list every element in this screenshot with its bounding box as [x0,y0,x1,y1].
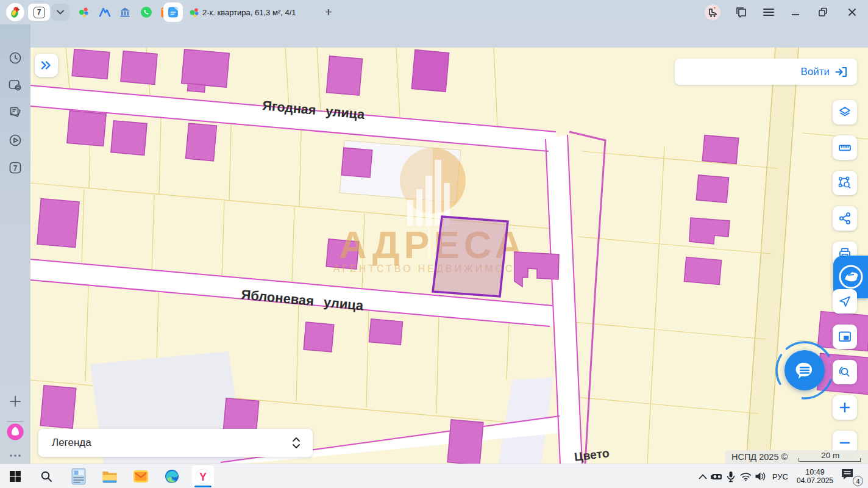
scale-bar: 20 m [796,451,864,463]
pinned-tab-blue-a-icon[interactable] [98,5,112,20]
file-explorer-icon[interactable] [100,464,119,488]
login-panel[interactable]: Войти [675,59,857,85]
taskbar-app-1c-icon[interactable] [69,464,88,488]
login-label: Войти [800,66,830,78]
area-search-button[interactable] [833,171,857,195]
video-play-icon[interactable] [0,130,30,151]
pinned-tab-yandex-services-icon[interactable] [76,5,91,20]
login-arrow-icon [835,66,847,77]
map-attribution: НСПД 2025 © 20 m [725,450,868,464]
menu-hamburger-icon[interactable] [761,0,777,24]
tray-microphone-icon[interactable] [724,464,738,488]
tray-time: 10:49 [805,468,824,477]
svg-text:Y: Y [199,471,207,483]
screenshot-tool-icon[interactable] [0,75,30,96]
taskbar-search-icon[interactable] [37,464,55,488]
notification-badge: 4 [853,476,863,486]
history-icon[interactable] [0,48,30,68]
sidebar-add-icon[interactable] [0,391,30,412]
feed-icon[interactable] [0,102,30,123]
search-location-button[interactable] [833,360,857,384]
tab-favicon-dots[interactable] [187,5,201,20]
legend-collapse-icon[interactable] [292,436,301,450]
pinned-tab-whatsapp-icon[interactable] [139,5,154,20]
active-pinned-tab-document[interactable] [163,2,183,22]
tray-speaker-icon[interactable] [753,464,767,488]
map-canvas[interactable]: АДРЕСА АГЕНТСТВО НЕДВИЖИМОСТИ Ягодная ул… [30,48,868,464]
taskbar: Y [0,464,868,488]
yandex-browser-taskbar-icon[interactable]: Y [192,465,214,487]
share-button[interactable] [833,206,857,231]
browser-toolbar: Я nspd.gov.ru НСПД | Геоинформационный п… [0,24,868,48]
active-tab-title[interactable]: 2-к. квартира, 61,3 м², 4/1 [202,0,296,24]
window-close-button[interactable] [844,0,860,24]
copyright-text: НСПД 2025 © [731,452,788,462]
alice-assistant-icon[interactable] [0,422,30,442]
tray-device-icon[interactable] [709,464,725,488]
window-restore-button[interactable] [815,0,831,24]
browser-window: 7 [0,0,868,488]
map-graphics: АДРЕСА АГЕНТСТВО НЕДВИЖИМОСТИ Ягодная ул… [30,48,868,464]
expand-panel-button[interactable] [35,54,58,77]
svg-text:7: 7 [13,164,18,173]
browser-logo-icon[interactable] [6,3,24,21]
tray-wifi-icon[interactable] [738,464,753,488]
scale-ruler [799,458,861,462]
legend-panel[interactable]: Легенда [38,429,313,457]
tab-count: 7 [34,7,45,18]
side-panels-icon[interactable] [733,0,749,24]
pinned-tab-building-icon[interactable] [118,5,132,20]
layers-button[interactable] [833,100,857,124]
tab-list-chevron-button[interactable] [51,4,69,21]
tray-clock[interactable]: 10:49 04.07.2025 [792,464,838,488]
active-app-indicator [194,486,212,487]
sidebar-tab-count[interactable]: 7 [0,157,30,178]
window-minimize-button[interactable] [788,0,803,24]
tray-language[interactable]: РУС [769,464,791,488]
browser-sidebar: 7 [0,24,30,464]
tab-counter-button[interactable]: 7 [28,4,50,21]
locate-button[interactable] [833,289,857,314]
zoom-in-button[interactable] [833,395,857,420]
measure-ruler-button[interactable] [833,135,857,160]
legend-title: Легенда [52,437,91,449]
profile-avatar[interactable] [703,0,722,24]
selected-parcel[interactable] [433,217,508,296]
notification-center-button[interactable]: 4 [840,467,863,486]
edge-browser-icon[interactable] [163,464,181,488]
chat-button[interactable] [784,350,825,390]
start-button[interactable] [6,464,24,488]
sidebar-more-icon[interactable] [0,445,30,466]
tray-date: 04.07.2025 [797,476,833,486]
overview-map-button[interactable] [833,325,857,349]
tab-bar: 7 [0,0,868,24]
new-tab-button[interactable]: + [319,4,338,21]
taskbar-mail-icon[interactable] [132,464,150,488]
